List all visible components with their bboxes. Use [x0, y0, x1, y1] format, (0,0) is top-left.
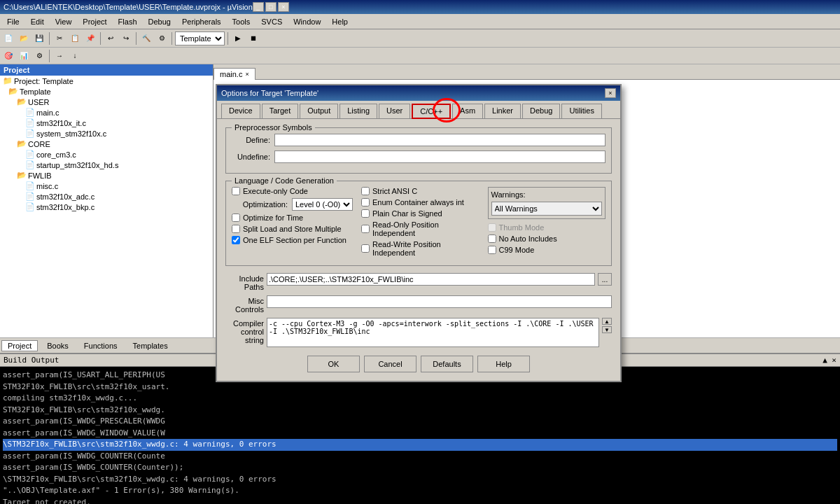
compiler-control-row: Compiler control string -c --cpu Cortex-… [225, 318, 612, 347]
tab-target[interactable]: Target [262, 104, 299, 118]
tree-item-system[interactable]: 📄 system_stm32f10x.c [0, 128, 213, 139]
editor-tab-mainc[interactable]: main.c × [214, 68, 255, 80]
no-auto-checkbox[interactable] [488, 234, 496, 243]
close-button[interactable]: × [278, 2, 289, 12]
menu-view[interactable]: View [50, 16, 78, 27]
read-write-checkbox[interactable] [361, 244, 370, 253]
minimize-button[interactable]: _ [253, 2, 264, 12]
menu-project[interactable]: Project [77, 16, 112, 27]
build-line-1: STM32F10x_FWLIB\src\stm32f10x_usart. [3, 382, 837, 393]
browse-include-button[interactable]: ... [598, 273, 612, 286]
undo-button[interactable]: ↩ [104, 31, 118, 46]
tree-item-mainc[interactable]: 📄 main.c [0, 107, 213, 118]
tab-asm[interactable]: Asm [452, 104, 483, 118]
thumb-mode-label: Thumb Mode [499, 223, 545, 232]
execute-only-checkbox[interactable] [232, 187, 240, 195]
tree-item-project[interactable]: 📁 Project: Template [0, 76, 213, 86]
tree-item-startup[interactable]: 📄 startup_stm32f10x_hd.s [0, 160, 213, 170]
cancel-button[interactable]: Cancel [364, 356, 416, 372]
options-dialog: Options for Target 'Template' × Device T… [216, 84, 622, 382]
bottom-tab-functions[interactable]: Functions [78, 340, 124, 351]
tab-device[interactable]: Device [221, 104, 260, 118]
step-over-button[interactable]: → [52, 49, 66, 63]
redo-button[interactable]: ↪ [119, 31, 133, 46]
menu-debug[interactable]: Debug [143, 16, 176, 27]
menu-window[interactable]: Window [288, 16, 326, 27]
tab-debug[interactable]: Debug [522, 104, 560, 118]
new-file-button[interactable]: 📄 [1, 31, 15, 46]
one-elf-row: One ELF Section per Function [232, 236, 353, 244]
copy-button[interactable]: 📋 [68, 31, 82, 46]
tab-utilities[interactable]: Utilities [561, 104, 601, 118]
undefine-label: Undefine: [232, 153, 270, 161]
debug-stop-button[interactable]: ⏹ [246, 31, 260, 46]
optimize-time-checkbox[interactable] [232, 214, 240, 222]
tree-item-core[interactable]: 📂 CORE [0, 139, 213, 149]
dialog-close-button[interactable]: × [605, 88, 616, 98]
tree-item-adc[interactable]: 📄 stm32f10x_adc.c [0, 191, 213, 202]
undefine-input[interactable] [274, 150, 606, 163]
cut-button[interactable]: ✂ [52, 31, 66, 46]
build-button[interactable]: 🔨 [139, 31, 153, 46]
bottom-tab-project[interactable]: Project [1, 340, 38, 351]
menu-flash[interactable]: Flash [113, 16, 143, 27]
tree-item-stm32it[interactable]: 📄 stm32f10x_it.c [0, 118, 213, 128]
project-icon: 📁 [3, 76, 13, 85]
one-elf-checkbox[interactable] [232, 236, 240, 244]
tab-user[interactable]: User [379, 104, 410, 118]
menu-svcs[interactable]: SVCS [255, 16, 288, 27]
manage-button[interactable]: 📊 [17, 49, 31, 63]
tree-item-user[interactable]: 📂 USER [0, 97, 213, 107]
include-paths-input[interactable] [267, 273, 595, 286]
target-select[interactable]: Template [175, 31, 225, 46]
compiler-scroll-down[interactable]: ▼ [602, 326, 612, 333]
tab-close-icon[interactable]: × [245, 71, 248, 78]
misc-controls-input[interactable] [267, 295, 612, 308]
tree-item-template[interactable]: 📂 Template [0, 86, 213, 97]
project-settings-button[interactable]: ⚙ [32, 49, 46, 63]
lang-col-mid: Strict ANSI C Enum Container always int … [361, 187, 479, 260]
warnings-select[interactable]: All Warnings No Warnings [491, 202, 603, 216]
build-line-8: assert_param(IS_WWDG_COUNTER(Counter)); [3, 462, 837, 474]
defaults-button[interactable]: Defaults [421, 356, 473, 372]
help-button[interactable]: Help [477, 356, 530, 372]
menu-edit[interactable]: Edit [25, 16, 50, 27]
maximize-button[interactable]: □ [265, 2, 276, 12]
optimization-select[interactable]: Level 0 (-O0) Level 1 (-O1) Level 2 (-O2… [292, 198, 353, 211]
save-button[interactable]: 💾 [32, 31, 46, 46]
read-only-checkbox[interactable] [361, 225, 370, 233]
plain-char-checkbox[interactable] [361, 209, 370, 218]
bottom-tab-books[interactable]: Books [41, 340, 75, 351]
bottom-tab-templates[interactable]: Templates [127, 340, 174, 351]
step-in-button[interactable]: ↓ [68, 49, 82, 63]
template-folder-label: Template [20, 88, 51, 96]
split-load-checkbox[interactable] [232, 225, 240, 233]
thumb-mode-checkbox[interactable] [488, 223, 496, 232]
tab-output[interactable]: Output [300, 104, 338, 118]
tree-item-misc[interactable]: 📄 misc.c [0, 181, 213, 191]
compiler-control-textarea[interactable]: -c --cpu Cortex-M3 -g -O0 -apcs=interwor… [267, 318, 599, 347]
tab-listing[interactable]: Listing [340, 104, 377, 118]
ok-button[interactable]: OK [307, 356, 360, 372]
paste-button[interactable]: 📌 [83, 31, 97, 46]
menu-tools[interactable]: Tools [227, 16, 256, 27]
menu-peripherals[interactable]: Peripherals [176, 16, 227, 27]
menu-file[interactable]: File [1, 16, 25, 27]
no-auto-row: No Auto Includes [488, 234, 606, 243]
enum-container-checkbox[interactable] [361, 198, 370, 206]
rebuild-button[interactable]: ⚙ [155, 31, 169, 46]
define-input[interactable] [274, 134, 606, 146]
c99-checkbox[interactable] [488, 246, 496, 254]
tree-item-bkp[interactable]: 📄 stm32f10x_bkp.c [0, 202, 213, 212]
titlebar: C:\Users\ALIENTEK\Desktop\Template\USER\… [0, 0, 840, 14]
open-file-button[interactable]: 📂 [17, 31, 31, 46]
target-options-button[interactable]: 🎯 [1, 49, 15, 63]
compiler-scroll-up[interactable]: ▲ [602, 318, 612, 325]
tree-item-corecm3[interactable]: 📄 core_cm3.c [0, 149, 213, 160]
strict-ansi-checkbox[interactable] [361, 187, 370, 195]
tree-item-fwlib[interactable]: 📂 FWLIB [0, 170, 213, 181]
tab-linker[interactable]: Linker [484, 104, 521, 118]
debug-start-button[interactable]: ▶ [231, 31, 245, 46]
tab-cc[interactable]: C/C++ [412, 104, 451, 119]
menu-help[interactable]: Help [326, 16, 354, 27]
